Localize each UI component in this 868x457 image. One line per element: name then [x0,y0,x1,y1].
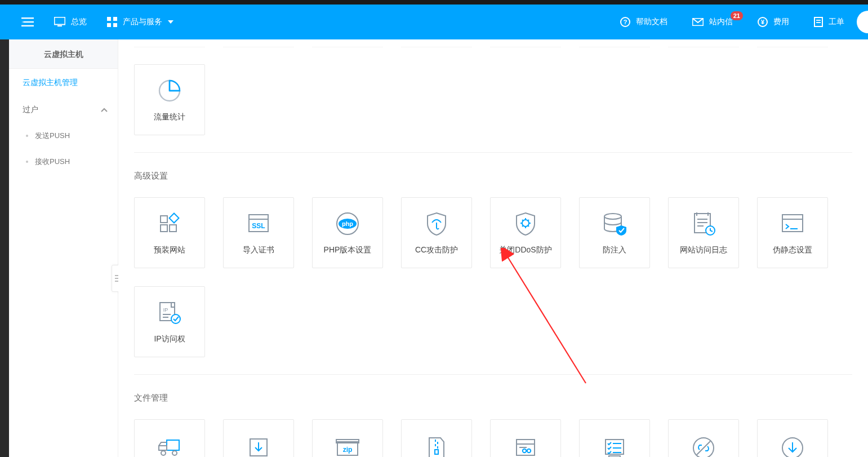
svg-rect-0 [21,17,34,19]
card-site-access-log[interactable]: 网站访问日志 [668,197,739,268]
card-label: IP访问权 [154,334,185,344]
card-php-version[interactable]: phpPHP版本设置 [312,197,383,268]
svg-rect-17 [816,20,821,21]
nav-products[interactable]: 产品与服务 [97,5,184,39]
card-file-download-box[interactable] [223,419,294,457]
card-import-cert[interactable]: SSL导入证书 [223,197,294,268]
coin-icon: ¥ [758,17,768,27]
card-file-download-circle[interactable] [757,419,828,457]
nav-overview-label: 总览 [71,17,87,27]
ghost-row [134,39,852,47]
svg-rect-5 [57,25,62,26]
card-pseudo-static[interactable]: 伪静态设置 [757,197,828,268]
help-icon: ? [620,17,630,27]
card-label: 网站访问日志 [680,245,727,255]
shield-gear-icon [512,210,539,237]
download-box-icon [245,434,272,457]
svg-point-78 [523,449,526,452]
no-link-icon [690,434,717,457]
card-file-zip[interactable]: zip [312,419,383,457]
card-anti-injection[interactable]: 防注入 [579,197,650,268]
card-ip-access[interactable]: IP IP访问权 [134,286,205,357]
apps-icon [156,210,183,237]
svg-rect-25 [161,216,167,223]
nav-help-label: 帮助文档 [636,17,667,27]
card-label: 流量统计 [154,112,185,122]
sidebar-item-receive-push[interactable]: 接收PUSH [9,149,118,175]
card-label: 导入证书 [243,245,274,255]
svg-text:IP: IP [163,307,168,313]
ticket-icon [814,17,823,27]
card-label: 防注入 [603,245,626,255]
mail-icon [692,18,704,26]
svg-rect-6 [107,17,111,21]
nav-workorder-label: 工单 [829,17,844,27]
sidebar-item-send-push[interactable]: 发送PUSH [9,123,118,149]
card-file-checklist[interactable] [579,419,650,457]
card-file-zip-file[interactable] [401,419,472,457]
svg-line-42 [528,225,529,227]
card-cc-protection[interactable]: CC攻击防护 [401,197,472,268]
sidebar-item-manage[interactable]: 云虚拟主机管理 [9,69,118,97]
svg-rect-61 [167,440,179,450]
svg-text:php: php [342,220,353,227]
nav-inbox-label: 站内信 [709,17,733,26]
sidebar-group-label: 过户 [23,105,38,115]
sidebar-group-transfer[interactable]: 过户 [9,97,118,123]
window-top-stripe [0,0,868,5]
section-title-file: 文件管理 [134,393,852,403]
menu-icon [21,17,34,26]
nav-help[interactable]: ? 帮助文档 [608,5,680,39]
svg-point-45 [604,214,621,219]
card-label: 伪静态设置 [773,245,812,255]
inbox-badge: 21 [731,11,743,20]
avatar[interactable] [851,5,868,39]
card-label: PHP版本设置 [324,245,372,255]
download-circle-icon [779,434,806,457]
pie-chart-icon [158,79,181,103]
ssl-icon: SSL [245,210,272,237]
log-clock-icon [690,210,717,237]
svg-rect-4 [55,17,65,25]
monitor-icon [54,17,65,27]
card-label: 预装网站 [154,245,185,255]
chevron-up-icon [101,108,108,112]
checklist-icon [601,434,628,457]
nav-overview[interactable]: 总览 [44,5,97,39]
grid-icon [107,17,117,27]
ip-check-icon: IP [156,299,183,326]
svg-text:¥: ¥ [761,19,765,25]
card-preinstall-site[interactable]: 预装网站 [134,197,205,268]
nav-products-label: 产品与服务 [123,17,162,27]
svg-point-60 [171,314,180,323]
main-content: 流量统计 高级设置 预装网站 SSL导入证书 phpPHP版本设置 CC攻击防护 [118,39,868,457]
svg-rect-26 [161,225,167,232]
svg-point-77 [527,449,531,452]
section-title-advanced: 高级设置 [134,171,852,181]
card-traffic-stats[interactable]: 流量统计 [134,64,205,135]
nav-workorder[interactable]: 工单 [802,5,857,39]
shield-umbrella-icon [423,210,450,237]
card-close-ddos[interactable]: 关闭DDoS防护 [490,197,561,268]
zip-file-icon [423,434,450,457]
svg-point-62 [161,451,166,455]
svg-marker-10 [168,20,173,24]
sidebar-title: 云虚拟主机 [9,39,118,69]
svg-line-41 [522,220,523,221]
svg-rect-28 [170,214,179,223]
nav-fee[interactable]: ¥ 费用 [745,5,802,39]
zip-icon: zip [334,434,361,457]
card-file-no-link[interactable] [668,419,739,457]
svg-text:zip: zip [343,446,353,454]
svg-text:?: ? [624,19,627,25]
nav-inbox[interactable]: 站内信 21 [680,5,745,39]
svg-text:SSL: SSL [252,222,265,230]
svg-rect-18 [816,22,821,23]
top-header: 总览 产品与服务 ? 帮助文档 站内信 21 [0,5,868,39]
sidebar: 云虚拟主机 云虚拟主机管理 过户 发送PUSH 接收PUSH [9,39,118,457]
truck-icon [156,434,183,457]
card-file-truck[interactable] [134,419,205,457]
php-icon: php [334,210,361,237]
card-file-page-link[interactable] [490,419,561,457]
menu-toggle[interactable] [11,5,44,39]
